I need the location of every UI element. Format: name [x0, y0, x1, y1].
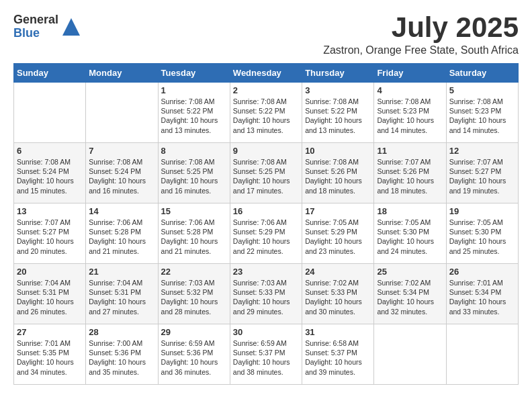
- day-info: Sunrise: 7:04 AM Sunset: 5:31 PM Dayligh…: [17, 278, 83, 316]
- day-info: Sunrise: 7:08 AM Sunset: 5:22 PM Dayligh…: [305, 97, 371, 135]
- calendar-cell: 3Sunrise: 7:08 AM Sunset: 5:22 PM Daylig…: [302, 83, 374, 143]
- day-info: Sunrise: 7:08 AM Sunset: 5:22 PM Dayligh…: [233, 97, 299, 135]
- calendar-cell: 8Sunrise: 7:08 AM Sunset: 5:25 PM Daylig…: [158, 143, 230, 203]
- day-info: Sunrise: 7:08 AM Sunset: 5:24 PM Dayligh…: [17, 157, 83, 195]
- week-row-5: 27Sunrise: 7:01 AM Sunset: 5:35 PM Dayli…: [14, 324, 519, 385]
- day-number: 23: [233, 267, 299, 277]
- day-info: Sunrise: 7:08 AM Sunset: 5:23 PM Dayligh…: [449, 97, 515, 135]
- day-info: Sunrise: 7:08 AM Sunset: 5:25 PM Dayligh…: [161, 157, 227, 195]
- day-number: 19: [449, 206, 515, 216]
- subtitle: Zastron, Orange Free State, South Africa: [323, 44, 519, 56]
- calendar-cell: 6Sunrise: 7:08 AM Sunset: 5:24 PM Daylig…: [14, 143, 86, 203]
- week-row-3: 13Sunrise: 7:07 AM Sunset: 5:27 PM Dayli…: [14, 203, 519, 264]
- day-header-monday: Monday: [86, 64, 158, 83]
- calendar-cell: 30Sunrise: 6:59 AM Sunset: 5:37 PM Dayli…: [230, 324, 302, 385]
- days-row: SundayMondayTuesdayWednesdayThursdayFrid…: [14, 64, 519, 83]
- day-header-wednesday: Wednesday: [230, 64, 302, 83]
- day-info: Sunrise: 6:59 AM Sunset: 5:36 PM Dayligh…: [161, 338, 227, 377]
- week-row-4: 20Sunrise: 7:04 AM Sunset: 5:31 PM Dayli…: [14, 264, 519, 324]
- day-number: 30: [233, 327, 299, 337]
- logo: General Blue: [13, 13, 81, 40]
- month-title: July 2025: [323, 13, 519, 42]
- calendar-cell: 15Sunrise: 7:06 AM Sunset: 5:28 PM Dayli…: [158, 203, 230, 264]
- day-info: Sunrise: 7:07 AM Sunset: 5:26 PM Dayligh…: [377, 157, 443, 195]
- day-number: 20: [17, 267, 83, 277]
- week-row-1: 1Sunrise: 7:08 AM Sunset: 5:22 PM Daylig…: [14, 83, 519, 143]
- day-info: Sunrise: 7:02 AM Sunset: 5:33 PM Dayligh…: [305, 278, 371, 316]
- calendar-cell: [14, 83, 86, 143]
- calendar-cell: 1Sunrise: 7:08 AM Sunset: 5:22 PM Daylig…: [158, 83, 230, 143]
- svg-marker-0: [62, 18, 80, 36]
- day-number: 26: [449, 267, 515, 277]
- calendar-cell: 29Sunrise: 6:59 AM Sunset: 5:36 PM Dayli…: [158, 324, 230, 385]
- calendar-cell: 10Sunrise: 7:08 AM Sunset: 5:26 PM Dayli…: [302, 143, 374, 203]
- day-header-friday: Friday: [374, 64, 446, 83]
- day-number: 10: [305, 146, 371, 156]
- day-number: 6: [17, 146, 83, 156]
- calendar-cell: 23Sunrise: 7:03 AM Sunset: 5:33 PM Dayli…: [230, 264, 302, 324]
- calendar-cell: 28Sunrise: 7:00 AM Sunset: 5:36 PM Dayli…: [86, 324, 158, 385]
- day-number: 15: [161, 206, 227, 216]
- calendar-cell: 11Sunrise: 7:07 AM Sunset: 5:26 PM Dayli…: [374, 143, 446, 203]
- day-number: 24: [305, 267, 371, 277]
- day-number: 8: [161, 146, 227, 156]
- calendar-body: 1Sunrise: 7:08 AM Sunset: 5:22 PM Daylig…: [14, 83, 519, 385]
- calendar-cell: [446, 324, 518, 385]
- calendar-cell: 20Sunrise: 7:04 AM Sunset: 5:31 PM Dayli…: [14, 264, 86, 324]
- calendar-cell: 18Sunrise: 7:05 AM Sunset: 5:30 PM Dayli…: [374, 203, 446, 264]
- day-number: 13: [17, 206, 83, 216]
- calendar-cell: 31Sunrise: 6:58 AM Sunset: 5:37 PM Dayli…: [302, 324, 374, 385]
- day-number: 18: [377, 206, 443, 216]
- day-info: Sunrise: 7:08 AM Sunset: 5:24 PM Dayligh…: [89, 157, 154, 195]
- day-number: 12: [449, 146, 515, 156]
- day-number: 5: [449, 85, 515, 95]
- day-info: Sunrise: 7:05 AM Sunset: 5:30 PM Dayligh…: [449, 218, 515, 256]
- calendar: SundayMondayTuesdayWednesdayThursdayFrid…: [13, 63, 519, 385]
- logo-icon: [61, 17, 81, 37]
- calendar-cell: 4Sunrise: 7:08 AM Sunset: 5:23 PM Daylig…: [374, 83, 446, 143]
- title-block: July 2025 Zastron, Orange Free State, So…: [323, 13, 519, 56]
- day-number: 17: [305, 206, 371, 216]
- day-number: 9: [233, 146, 299, 156]
- page-header: General Blue July 2025 Zastron, Orange F…: [13, 13, 519, 56]
- day-number: 4: [377, 85, 443, 95]
- calendar-cell: 24Sunrise: 7:02 AM Sunset: 5:33 PM Dayli…: [302, 264, 374, 324]
- day-info: Sunrise: 7:07 AM Sunset: 5:27 PM Dayligh…: [449, 157, 515, 195]
- logo-blue: Blue: [13, 27, 58, 40]
- day-info: Sunrise: 7:02 AM Sunset: 5:34 PM Dayligh…: [377, 278, 443, 316]
- day-number: 21: [89, 267, 154, 277]
- logo-general: General: [13, 13, 58, 27]
- day-number: 14: [89, 206, 154, 216]
- calendar-cell: 7Sunrise: 7:08 AM Sunset: 5:24 PM Daylig…: [86, 143, 158, 203]
- day-number: 29: [161, 327, 227, 337]
- day-header-saturday: Saturday: [446, 64, 518, 83]
- day-info: Sunrise: 7:05 AM Sunset: 5:30 PM Dayligh…: [377, 218, 443, 256]
- day-info: Sunrise: 7:08 AM Sunset: 5:22 PM Dayligh…: [161, 97, 227, 135]
- day-header-sunday: Sunday: [14, 64, 86, 83]
- day-number: 28: [89, 327, 154, 337]
- calendar-cell: 5Sunrise: 7:08 AM Sunset: 5:23 PM Daylig…: [446, 83, 518, 143]
- day-info: Sunrise: 7:06 AM Sunset: 5:29 PM Dayligh…: [233, 218, 299, 256]
- calendar-cell: [86, 83, 158, 143]
- day-header-tuesday: Tuesday: [158, 64, 230, 83]
- calendar-cell: 14Sunrise: 7:06 AM Sunset: 5:28 PM Dayli…: [86, 203, 158, 264]
- day-number: 31: [305, 327, 371, 337]
- calendar-cell: 19Sunrise: 7:05 AM Sunset: 5:30 PM Dayli…: [446, 203, 518, 264]
- day-info: Sunrise: 7:08 AM Sunset: 5:26 PM Dayligh…: [305, 157, 371, 195]
- day-info: Sunrise: 7:03 AM Sunset: 5:33 PM Dayligh…: [233, 278, 299, 316]
- day-info: Sunrise: 7:06 AM Sunset: 5:28 PM Dayligh…: [161, 218, 227, 256]
- day-number: 7: [89, 146, 154, 156]
- day-info: Sunrise: 7:05 AM Sunset: 5:29 PM Dayligh…: [305, 218, 371, 256]
- day-number: 1: [161, 85, 227, 95]
- calendar-cell: 16Sunrise: 7:06 AM Sunset: 5:29 PM Dayli…: [230, 203, 302, 264]
- calendar-cell: 25Sunrise: 7:02 AM Sunset: 5:34 PM Dayli…: [374, 264, 446, 324]
- calendar-cell: 2Sunrise: 7:08 AM Sunset: 5:22 PM Daylig…: [230, 83, 302, 143]
- day-header-thursday: Thursday: [302, 64, 374, 83]
- calendar-cell: 17Sunrise: 7:05 AM Sunset: 5:29 PM Dayli…: [302, 203, 374, 264]
- day-info: Sunrise: 7:03 AM Sunset: 5:32 PM Dayligh…: [161, 278, 227, 316]
- day-number: 11: [377, 146, 443, 156]
- day-number: 2: [233, 85, 299, 95]
- week-row-2: 6Sunrise: 7:08 AM Sunset: 5:24 PM Daylig…: [14, 143, 519, 203]
- day-info: Sunrise: 7:08 AM Sunset: 5:23 PM Dayligh…: [377, 97, 443, 135]
- calendar-header: SundayMondayTuesdayWednesdayThursdayFrid…: [14, 64, 519, 83]
